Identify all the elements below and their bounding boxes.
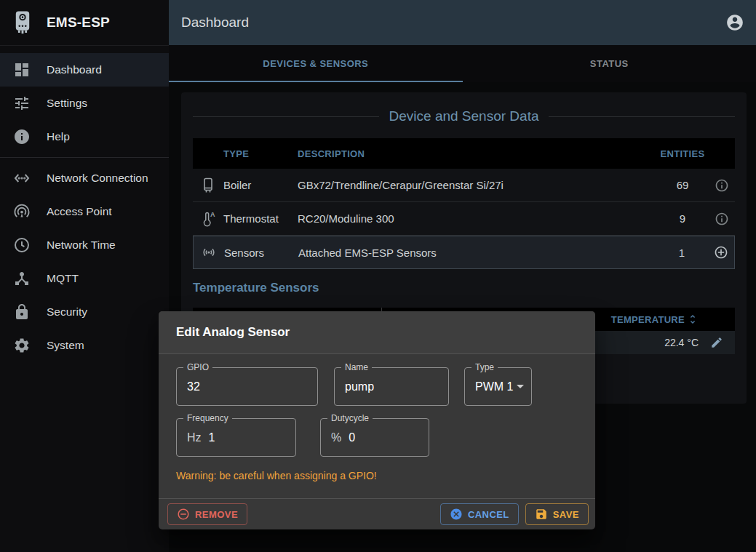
device-entities: 69 <box>657 179 708 191</box>
remove-button[interactable]: REMOVE <box>167 503 247 525</box>
name-input[interactable] <box>335 368 433 405</box>
sidebar-divider <box>0 157 169 158</box>
device-hub-icon <box>13 270 31 287</box>
type-selected-value: PWM 1 <box>475 380 513 393</box>
device-type: Boiler <box>223 179 298 191</box>
dashboard-icon <box>13 61 31 79</box>
frequency-field: Frequency Hz <box>176 418 296 457</box>
sidebar-item-access-point[interactable]: Access Point <box>0 195 169 228</box>
table-row-sensors[interactable]: Sensors Attached EMS-ESP Sensors 1 <box>193 236 735 269</box>
frequency-field-label: Frequency <box>183 413 232 423</box>
sidebar: EMS-ESP Dashboard Settings Help <box>0 0 169 552</box>
device-entities: 1 <box>656 247 707 259</box>
sidebar-item-settings[interactable]: Settings <box>0 87 169 120</box>
table-row-thermostat[interactable]: A Thermostat RC20/Moduline 300 9 <box>193 202 735 236</box>
cancel-circle-icon <box>450 508 463 521</box>
sidebar-item-security[interactable]: Security <box>0 295 169 329</box>
clock-icon <box>13 236 31 254</box>
info-circle-icon[interactable] <box>708 178 735 193</box>
device-type: Thermostat <box>223 212 298 225</box>
info-circle-icon[interactable] <box>708 212 735 226</box>
devices-table-header: TYPE DESCRIPTION ENTITIES <box>193 138 735 169</box>
device-description: Attached EMS-ESP Sensors <box>298 247 656 259</box>
save-floppy-icon <box>535 508 548 521</box>
dutycycle-field: Dutycycle % <box>320 418 429 457</box>
dutycycle-field-label: Dutycycle <box>327 413 373 423</box>
column-temperature: TEMPERATURE <box>611 314 685 325</box>
wifi-tethering-icon <box>13 203 31 220</box>
tab-label: STATUS <box>590 58 629 69</box>
devices-section-title: Device and Sensor Data <box>389 108 539 124</box>
svg-text:A: A <box>210 211 215 218</box>
thermostat-icon: A <box>193 210 223 228</box>
device-type: Sensors <box>224 247 298 259</box>
sidebar-item-label: Network Time <box>47 239 116 252</box>
sidebar-item-label: Access Point <box>47 205 112 218</box>
device-entities: 9 <box>657 212 708 225</box>
dialog-actions: REMOVE CANCEL SAVE <box>159 498 595 529</box>
sidebar-item-label: Network Connection <box>47 172 148 185</box>
cancel-button[interactable]: CANCEL <box>440 503 519 525</box>
tab-bar: DEVICES & SENSORS STATUS <box>169 45 756 82</box>
name-field: Name <box>334 367 449 406</box>
tab-devices-sensors[interactable]: DEVICES & SENSORS <box>169 45 463 82</box>
sensors-icon <box>194 244 224 261</box>
gear-icon <box>13 337 31 354</box>
sidebar-item-network-connection[interactable]: Network Connection <box>0 161 169 195</box>
dialog-title: Edit Analog Sensor <box>159 311 595 354</box>
devices-table: TYPE DESCRIPTION ENTITIES Boiler GBx72/T… <box>193 138 735 269</box>
sidebar-item-network-time[interactable]: Network Time <box>0 228 169 262</box>
temperature-section-title: Temperature Sensors <box>193 281 735 295</box>
gpio-field: GPIO <box>176 367 318 406</box>
gpio-input[interactable] <box>177 368 301 405</box>
section-title-divider: Device and Sensor Data <box>193 108 735 124</box>
sidebar-item-mqtt[interactable]: MQTT <box>0 262 169 295</box>
edit-pencil-icon[interactable] <box>699 336 735 349</box>
dutycycle-unit-adornment: % <box>331 431 341 444</box>
sidebar-item-dashboard[interactable]: Dashboard <box>0 53 169 87</box>
tab-label: DEVICES & SENSORS <box>263 58 368 69</box>
info-icon <box>13 128 31 145</box>
column-entities: ENTITIES <box>657 148 708 159</box>
sidebar-item-label: MQTT <box>47 272 79 285</box>
frequency-input[interactable] <box>209 419 282 456</box>
remove-circle-icon <box>177 508 190 521</box>
name-field-label: Name <box>341 362 372 372</box>
column-description: DESCRIPTION <box>298 148 657 159</box>
type-select[interactable]: Type PWM 1 <box>464 367 532 406</box>
device-description: GBx72/Trendline/Cerapur/Greenstar Si/27i <box>298 179 657 191</box>
app-title: EMS-ESP <box>47 15 110 31</box>
sidebar-item-label: Security <box>47 305 87 319</box>
remove-button-label: REMOVE <box>195 509 238 520</box>
sidebar-item-label: System <box>47 339 84 352</box>
ems-esp-app: EMS-ESP Dashboard Settings Help <box>0 0 756 552</box>
column-type: TYPE <box>223 148 298 159</box>
tab-status[interactable]: STATUS <box>463 45 756 82</box>
sidebar-item-label: Settings <box>47 97 87 110</box>
sidebar-item-system[interactable]: System <box>0 329 169 362</box>
edit-analog-sensor-dialog: Edit Analog Sensor GPIO Name Type PWM 1 <box>159 311 595 529</box>
save-button-label: SAVE <box>553 509 579 520</box>
sidebar-item-label: Help <box>47 130 70 143</box>
cancel-button-label: CANCEL <box>468 509 509 520</box>
dialog-body: GPIO Name Type PWM 1 Frequency Hz <box>159 354 595 481</box>
save-button[interactable]: SAVE <box>525 503 589 525</box>
boiler-icon <box>193 177 223 194</box>
frequency-unit-adornment: Hz <box>187 431 202 444</box>
sidebar-item-help[interactable]: Help <box>0 120 169 153</box>
add-circle-icon[interactable] <box>707 245 734 260</box>
boiler-logo-icon <box>10 7 36 39</box>
sidebar-menu: Dashboard Settings Help <box>0 46 169 362</box>
gpio-field-label: GPIO <box>183 362 212 372</box>
ethernet-icon <box>13 169 31 187</box>
table-row-boiler[interactable]: Boiler GBx72/Trendline/Cerapur/Greenstar… <box>193 169 735 202</box>
chevron-down-icon <box>517 385 524 388</box>
dutycycle-input[interactable] <box>349 419 414 456</box>
appbar: Dashboard <box>169 0 756 45</box>
sidebar-item-label: Dashboard <box>47 63 102 76</box>
lock-icon <box>13 303 31 321</box>
sort-unfold-icon <box>687 313 699 325</box>
account-circle-icon[interactable] <box>725 13 744 32</box>
page-title: Dashboard <box>181 15 725 31</box>
tune-icon <box>13 95 31 112</box>
